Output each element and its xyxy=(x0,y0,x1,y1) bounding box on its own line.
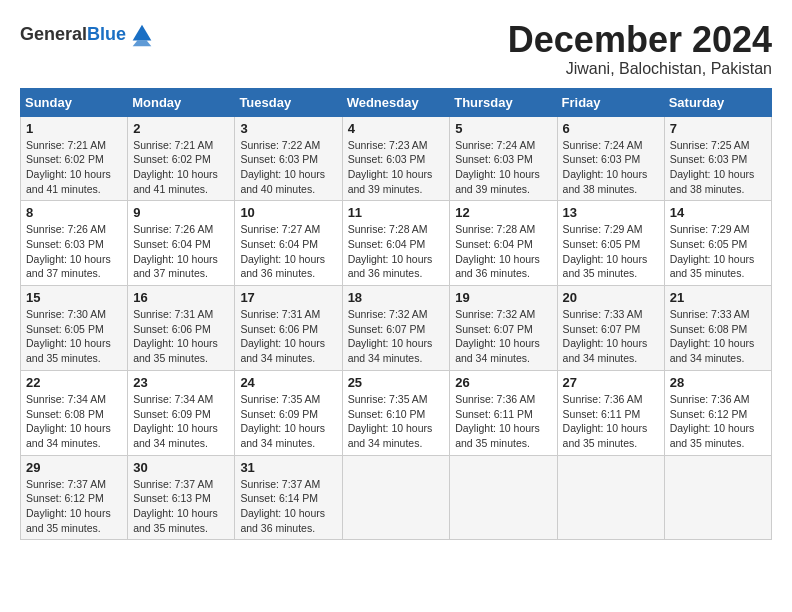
day-info: Sunrise: 7:37 AMSunset: 6:13 PMDaylight:… xyxy=(133,477,229,536)
calendar-cell: 31Sunrise: 7:37 AMSunset: 6:14 PMDayligh… xyxy=(235,455,342,540)
weekday-header-saturday: Saturday xyxy=(664,88,771,116)
calendar-cell: 8Sunrise: 7:26 AMSunset: 6:03 PMDaylight… xyxy=(21,201,128,286)
day-info: Sunrise: 7:29 AMSunset: 6:05 PMDaylight:… xyxy=(670,222,766,281)
day-info: Sunrise: 7:25 AMSunset: 6:03 PMDaylight:… xyxy=(670,138,766,197)
calendar-cell: 13Sunrise: 7:29 AMSunset: 6:05 PMDayligh… xyxy=(557,201,664,286)
day-number: 13 xyxy=(563,205,659,220)
calendar-cell: 29Sunrise: 7:37 AMSunset: 6:12 PMDayligh… xyxy=(21,455,128,540)
calendar-cell: 10Sunrise: 7:27 AMSunset: 6:04 PMDayligh… xyxy=(235,201,342,286)
day-number: 3 xyxy=(240,121,336,136)
day-number: 23 xyxy=(133,375,229,390)
logo-general-text: General xyxy=(20,24,87,44)
calendar-cell: 15Sunrise: 7:30 AMSunset: 6:05 PMDayligh… xyxy=(21,286,128,371)
day-number: 19 xyxy=(455,290,551,305)
day-number: 30 xyxy=(133,460,229,475)
day-info: Sunrise: 7:27 AMSunset: 6:04 PMDaylight:… xyxy=(240,222,336,281)
calendar-cell: 18Sunrise: 7:32 AMSunset: 6:07 PMDayligh… xyxy=(342,286,450,371)
day-info: Sunrise: 7:34 AMSunset: 6:08 PMDaylight:… xyxy=(26,392,122,451)
day-number: 20 xyxy=(563,290,659,305)
week-row-2: 8Sunrise: 7:26 AMSunset: 6:03 PMDaylight… xyxy=(21,201,772,286)
calendar-cell: 16Sunrise: 7:31 AMSunset: 6:06 PMDayligh… xyxy=(128,286,235,371)
day-info: Sunrise: 7:29 AMSunset: 6:05 PMDaylight:… xyxy=(563,222,659,281)
day-number: 2 xyxy=(133,121,229,136)
day-number: 24 xyxy=(240,375,336,390)
calendar-cell: 20Sunrise: 7:33 AMSunset: 6:07 PMDayligh… xyxy=(557,286,664,371)
svg-marker-1 xyxy=(133,41,152,47)
day-info: Sunrise: 7:33 AMSunset: 6:08 PMDaylight:… xyxy=(670,307,766,366)
day-number: 5 xyxy=(455,121,551,136)
weekday-header-sunday: Sunday xyxy=(21,88,128,116)
week-row-5: 29Sunrise: 7:37 AMSunset: 6:12 PMDayligh… xyxy=(21,455,772,540)
day-info: Sunrise: 7:26 AMSunset: 6:04 PMDaylight:… xyxy=(133,222,229,281)
day-number: 14 xyxy=(670,205,766,220)
calendar-cell xyxy=(664,455,771,540)
day-info: Sunrise: 7:31 AMSunset: 6:06 PMDaylight:… xyxy=(240,307,336,366)
week-row-4: 22Sunrise: 7:34 AMSunset: 6:08 PMDayligh… xyxy=(21,370,772,455)
calendar-cell: 21Sunrise: 7:33 AMSunset: 6:08 PMDayligh… xyxy=(664,286,771,371)
day-info: Sunrise: 7:36 AMSunset: 6:11 PMDaylight:… xyxy=(563,392,659,451)
calendar-header: SundayMondayTuesdayWednesdayThursdayFrid… xyxy=(21,88,772,116)
week-row-3: 15Sunrise: 7:30 AMSunset: 6:05 PMDayligh… xyxy=(21,286,772,371)
day-number: 4 xyxy=(348,121,445,136)
calendar-cell: 2Sunrise: 7:21 AMSunset: 6:02 PMDaylight… xyxy=(128,116,235,201)
location: Jiwani, Balochistan, Pakistan xyxy=(508,60,772,78)
day-number: 22 xyxy=(26,375,122,390)
day-info: Sunrise: 7:31 AMSunset: 6:06 PMDaylight:… xyxy=(133,307,229,366)
day-info: Sunrise: 7:32 AMSunset: 6:07 PMDaylight:… xyxy=(455,307,551,366)
day-info: Sunrise: 7:28 AMSunset: 6:04 PMDaylight:… xyxy=(348,222,445,281)
calendar-cell: 7Sunrise: 7:25 AMSunset: 6:03 PMDaylight… xyxy=(664,116,771,201)
day-number: 10 xyxy=(240,205,336,220)
day-info: Sunrise: 7:37 AMSunset: 6:14 PMDaylight:… xyxy=(240,477,336,536)
calendar-cell: 23Sunrise: 7:34 AMSunset: 6:09 PMDayligh… xyxy=(128,370,235,455)
calendar-cell xyxy=(342,455,450,540)
day-info: Sunrise: 7:22 AMSunset: 6:03 PMDaylight:… xyxy=(240,138,336,197)
day-number: 31 xyxy=(240,460,336,475)
day-info: Sunrise: 7:36 AMSunset: 6:11 PMDaylight:… xyxy=(455,392,551,451)
day-number: 9 xyxy=(133,205,229,220)
calendar-cell: 4Sunrise: 7:23 AMSunset: 6:03 PMDaylight… xyxy=(342,116,450,201)
day-info: Sunrise: 7:34 AMSunset: 6:09 PMDaylight:… xyxy=(133,392,229,451)
day-info: Sunrise: 7:35 AMSunset: 6:10 PMDaylight:… xyxy=(348,392,445,451)
calendar-cell xyxy=(450,455,557,540)
day-info: Sunrise: 7:21 AMSunset: 6:02 PMDaylight:… xyxy=(133,138,229,197)
calendar-cell: 9Sunrise: 7:26 AMSunset: 6:04 PMDaylight… xyxy=(128,201,235,286)
weekday-header-thursday: Thursday xyxy=(450,88,557,116)
calendar-cell: 24Sunrise: 7:35 AMSunset: 6:09 PMDayligh… xyxy=(235,370,342,455)
day-number: 8 xyxy=(26,205,122,220)
day-number: 6 xyxy=(563,121,659,136)
title-area: December 2024 Jiwani, Balochistan, Pakis… xyxy=(508,20,772,78)
day-info: Sunrise: 7:21 AMSunset: 6:02 PMDaylight:… xyxy=(26,138,122,197)
calendar-cell: 30Sunrise: 7:37 AMSunset: 6:13 PMDayligh… xyxy=(128,455,235,540)
day-info: Sunrise: 7:30 AMSunset: 6:05 PMDaylight:… xyxy=(26,307,122,366)
calendar-table: SundayMondayTuesdayWednesdayThursdayFrid… xyxy=(20,88,772,541)
day-number: 26 xyxy=(455,375,551,390)
calendar-cell: 1Sunrise: 7:21 AMSunset: 6:02 PMDaylight… xyxy=(21,116,128,201)
day-info: Sunrise: 7:24 AMSunset: 6:03 PMDaylight:… xyxy=(455,138,551,197)
day-number: 16 xyxy=(133,290,229,305)
day-number: 1 xyxy=(26,121,122,136)
calendar-body: 1Sunrise: 7:21 AMSunset: 6:02 PMDaylight… xyxy=(21,116,772,540)
day-number: 12 xyxy=(455,205,551,220)
calendar-cell: 26Sunrise: 7:36 AMSunset: 6:11 PMDayligh… xyxy=(450,370,557,455)
calendar-cell: 3Sunrise: 7:22 AMSunset: 6:03 PMDaylight… xyxy=(235,116,342,201)
day-number: 29 xyxy=(26,460,122,475)
calendar-cell: 17Sunrise: 7:31 AMSunset: 6:06 PMDayligh… xyxy=(235,286,342,371)
day-info: Sunrise: 7:28 AMSunset: 6:04 PMDaylight:… xyxy=(455,222,551,281)
weekday-header-wednesday: Wednesday xyxy=(342,88,450,116)
logo-icon xyxy=(128,20,156,48)
day-info: Sunrise: 7:32 AMSunset: 6:07 PMDaylight:… xyxy=(348,307,445,366)
calendar-cell: 19Sunrise: 7:32 AMSunset: 6:07 PMDayligh… xyxy=(450,286,557,371)
calendar-cell: 25Sunrise: 7:35 AMSunset: 6:10 PMDayligh… xyxy=(342,370,450,455)
day-info: Sunrise: 7:26 AMSunset: 6:03 PMDaylight:… xyxy=(26,222,122,281)
day-info: Sunrise: 7:23 AMSunset: 6:03 PMDaylight:… xyxy=(348,138,445,197)
day-number: 7 xyxy=(670,121,766,136)
svg-marker-0 xyxy=(133,25,152,41)
calendar-cell: 6Sunrise: 7:24 AMSunset: 6:03 PMDaylight… xyxy=(557,116,664,201)
calendar-cell: 5Sunrise: 7:24 AMSunset: 6:03 PMDaylight… xyxy=(450,116,557,201)
day-info: Sunrise: 7:35 AMSunset: 6:09 PMDaylight:… xyxy=(240,392,336,451)
weekday-header-tuesday: Tuesday xyxy=(235,88,342,116)
calendar-cell: 11Sunrise: 7:28 AMSunset: 6:04 PMDayligh… xyxy=(342,201,450,286)
calendar-cell: 27Sunrise: 7:36 AMSunset: 6:11 PMDayligh… xyxy=(557,370,664,455)
day-number: 27 xyxy=(563,375,659,390)
day-number: 21 xyxy=(670,290,766,305)
